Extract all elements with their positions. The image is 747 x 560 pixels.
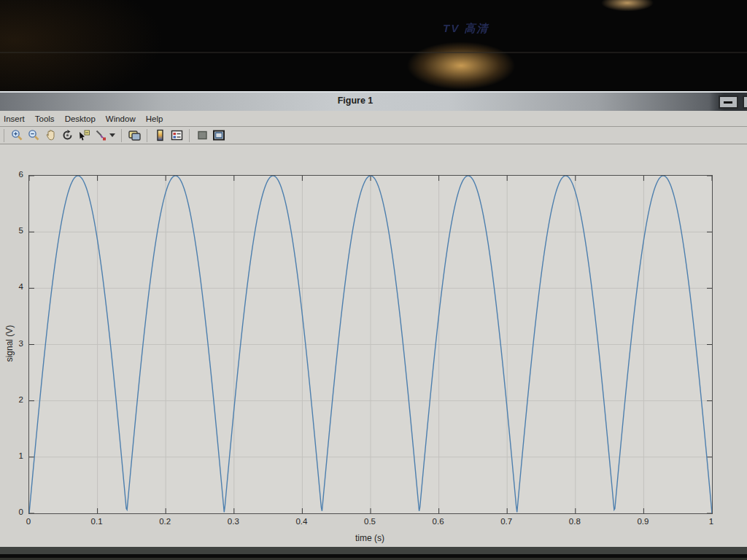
rotate-3d-icon[interactable] xyxy=(61,129,74,142)
toolbar-separator xyxy=(189,129,190,142)
insert-legend-icon[interactable] xyxy=(170,129,183,142)
x-tick-label: 0.6 xyxy=(424,517,453,526)
x-tick-label: 0.2 xyxy=(150,517,179,526)
x-tick-label: 0.3 xyxy=(219,517,248,526)
window-title: Figure 1 xyxy=(0,96,747,106)
minimize-button[interactable] xyxy=(719,96,738,109)
brush-dropdown-arrow[interactable] xyxy=(109,133,115,137)
figure-toolbar xyxy=(0,126,747,144)
x-tick-label: 0.8 xyxy=(560,517,589,526)
menu-bar: Insert Tools Desktop Window Help xyxy=(0,111,747,126)
x-tick-label: 0.1 xyxy=(82,517,112,526)
menu-item-insert[interactable]: Insert xyxy=(4,114,25,123)
toolbar-separator xyxy=(4,129,4,142)
x-tick-label: 0.5 xyxy=(355,517,384,526)
y-tick-label: 0 xyxy=(4,508,23,516)
y-tick-label: 5 xyxy=(4,226,23,235)
menu-item-desktop[interactable]: Desktop xyxy=(65,114,96,123)
desktop-strip xyxy=(0,547,747,554)
y-tick-label: 4 xyxy=(4,282,23,291)
x-tick-label: 0.9 xyxy=(628,517,657,526)
toolbar-separator xyxy=(121,129,122,142)
x-axis-label: time (s) xyxy=(297,533,443,543)
x-tick-label: 1 xyxy=(697,517,726,526)
dock-figure-icon[interactable] xyxy=(212,129,225,142)
menu-item-help[interactable]: Help xyxy=(146,114,163,123)
tv-brand-logo: TV 高清 xyxy=(443,22,489,36)
maximize-button-partial[interactable] xyxy=(743,96,747,109)
menu-item-window[interactable]: Window xyxy=(106,114,136,123)
photographed-screen: TV 高清 Figure 1 Insert Tools Desktop Wind… xyxy=(0,0,747,560)
minimize-icon xyxy=(724,101,732,104)
y-tick-label: 1 xyxy=(4,451,23,460)
menu-item-tools[interactable]: Tools xyxy=(35,114,55,123)
link-plots-icon[interactable] xyxy=(128,129,141,142)
hide-plot-tools-icon[interactable] xyxy=(196,129,209,142)
plot-axes[interactable] xyxy=(28,175,713,514)
plot-canvas[interactable] xyxy=(29,176,712,513)
bezel-seam xyxy=(0,52,747,53)
brush-icon[interactable] xyxy=(94,129,107,142)
toolbar-separator xyxy=(147,129,147,142)
figure-canvas: 00.10.20.30.40.50.60.70.80.910123456 tim… xyxy=(0,144,747,547)
zoom-in-icon[interactable] xyxy=(10,129,23,142)
insert-colorbar-icon[interactable] xyxy=(153,129,166,142)
x-tick-label: 0 xyxy=(14,517,43,526)
tv-bezel-top: TV 高清 xyxy=(0,0,747,91)
zoom-out-icon[interactable] xyxy=(27,129,40,142)
pan-hand-icon[interactable] xyxy=(44,129,57,142)
data-cursor-icon[interactable] xyxy=(77,129,90,142)
y-axis-label: signal (V) xyxy=(4,292,16,394)
x-tick-label: 0.7 xyxy=(492,517,521,526)
x-tick-label: 0.4 xyxy=(287,517,316,526)
figure-window: Figure 1 Insert Tools Desktop Window Hel… xyxy=(0,91,747,547)
y-tick-label: 6 xyxy=(4,170,23,179)
y-tick-label: 2 xyxy=(4,395,23,404)
title-bar: Figure 1 xyxy=(0,91,747,111)
